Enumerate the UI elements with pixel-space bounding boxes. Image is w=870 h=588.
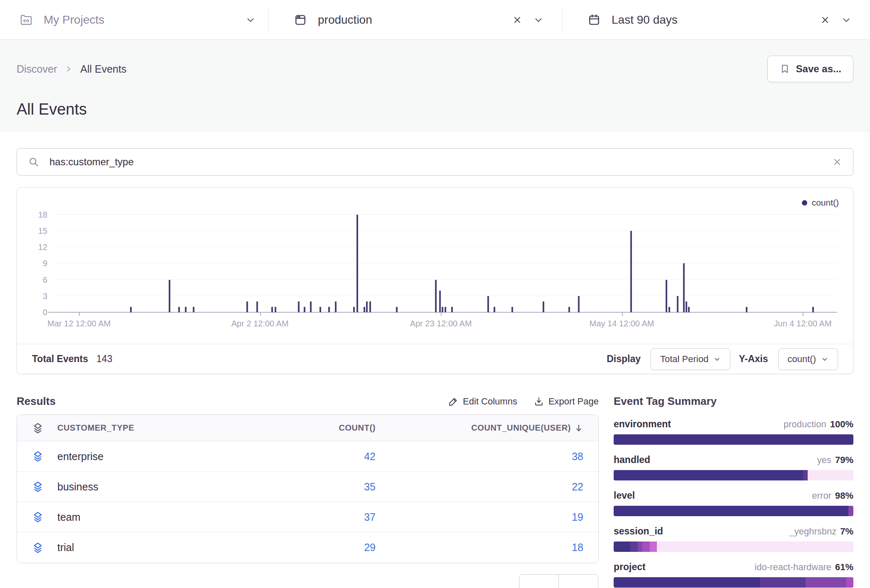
count-link[interactable]: 37 [364,511,376,523]
tag-group: handled yes79% [614,454,853,480]
event-count-bar [178,307,180,312]
export-page-button[interactable]: Export Page [534,396,599,407]
event-count-bar [686,301,687,312]
display-mode-dropdown[interactable]: Total Period [651,348,730,370]
edit-columns-button[interactable]: Edit Columns [448,396,517,407]
count-unique-link[interactable]: 18 [572,541,583,554]
project-filter-dropdown[interactable]: My Projects [0,0,268,39]
y-axis-tick-label: 15 [17,226,47,236]
tag-bar-segment [808,470,853,480]
table-row: business 35 22 [17,472,598,502]
y-axis-dropdown[interactable]: count() [778,348,838,370]
tag-group: environment production100% [614,419,853,445]
chart-gridline [53,279,837,280]
edit-pencil-icon [448,397,458,407]
results-table: CUSTOMER_TYPE COUNT() COUNT_UNIQUE(USER) [17,414,599,563]
tag-distribution-bar[interactable] [614,541,853,552]
event-count-bar [271,307,273,312]
count-link[interactable]: 42 [364,451,376,462]
event-count-bar [630,231,632,312]
column-header-count[interactable]: COUNT() [339,423,376,432]
column-header-customer-type[interactable]: CUSTOMER_TYPE [57,423,134,433]
customer-type-cell: trial [57,541,74,554]
tag-distribution-bar[interactable] [614,506,853,516]
tag-top-value: error [812,490,831,501]
tag-bar-segment [630,541,637,552]
count-unique-link[interactable]: 19 [572,511,583,523]
clear-date-icon[interactable] [820,15,830,25]
event-count-bar [193,307,194,312]
breadcrumb-discover-link[interactable]: Discover [17,63,57,75]
search-input[interactable]: has:customer_type [17,148,853,176]
event-count-bar [319,307,321,312]
tag-name: session_id [614,526,663,537]
count-link[interactable]: 29 [364,541,376,553]
stack-actions-icon[interactable] [32,451,44,462]
display-mode-value: Total Period [660,354,708,365]
x-axis-tick-label: Apr 2 12:00 AM [231,319,289,328]
save-as-button[interactable]: Save as... [767,56,853,82]
stack-actions-icon[interactable] [32,481,44,492]
tag-distribution-bar[interactable] [614,577,853,588]
tag-percent: 79% [835,455,853,465]
y-axis-value: count() [788,354,816,365]
events-bar-chart: Mar 12 12:00 AMApr 2 12:00 AMApr 23 12:0… [53,211,837,312]
event-count-bar [335,301,337,312]
column-header-count-unique[interactable]: COUNT_UNIQUE(USER) [471,423,571,433]
count-link[interactable]: 35 [364,481,376,492]
chart-gridline [53,214,837,215]
next-page-button[interactable] [558,574,598,588]
event-count-bar [511,307,513,312]
event-count-bar [256,301,258,312]
tag-distribution-bar[interactable] [614,470,853,480]
tag-bar-segment [846,577,853,588]
previous-page-button[interactable] [519,574,559,588]
clear-search-icon[interactable] [832,157,842,167]
customer-type-cell: business [57,481,98,493]
event-count-bar [487,296,489,312]
x-axis-tick-label: Jun 4 12:00 AM [774,319,832,328]
projects-folder-icon [20,13,33,27]
tag-name: handled [614,454,650,466]
legend-series-label: count() [812,198,839,208]
event-count-bar [683,263,685,312]
tag-bar-segment [642,541,649,552]
total-events-label: Total Events [32,353,88,365]
count-unique-link[interactable]: 22 [572,481,583,493]
search-query-value: has:customer_type [49,156,822,168]
breadcrumb: Discover All Events [17,63,126,75]
events-chart-panel: count() 0369121518 Mar 12 12:00 AMApr 2 … [17,187,853,374]
y-axis-tick-label: 12 [17,243,47,252]
save-as-label: Save as... [796,63,841,75]
x-axis-tick [441,312,442,316]
chart-gridline [53,247,837,247]
count-unique-link[interactable]: 38 [572,451,583,463]
date-range-filter-dropdown[interactable]: Last 90 days [563,0,870,39]
event-count-bar [130,307,132,312]
environment-filter-dropdown[interactable]: production [269,0,562,39]
x-axis-tick [260,312,261,316]
event-count-bar [185,307,187,312]
tag-group: project ido-react-hardware61% [614,561,853,588]
customer-type-cell: enterprise [57,451,103,463]
stack-actions-icon[interactable] [32,511,44,523]
tag-group: level error98% [614,490,853,516]
event-count-bar [578,296,580,312]
results-table-header: CUSTOMER_TYPE COUNT() COUNT_UNIQUE(USER) [17,415,598,441]
calendar-icon [587,13,601,27]
tag-distribution-bar[interactable] [614,434,853,445]
event-count-bar [439,291,441,312]
chart-footer: Total Events 143 Display Total Period Y-… [17,344,853,374]
event-count-bar [746,307,747,312]
tag-bar-segment [803,470,808,480]
bookmark-icon [779,64,790,74]
pagination [17,574,599,588]
page-header: Discover All Events Save as... All Event… [0,40,870,132]
x-axis-tick-label: Apr 23 12:00 AM [410,319,472,328]
total-events-value: 143 [96,353,112,365]
clear-environment-icon[interactable] [512,15,522,25]
stack-actions-icon[interactable] [32,542,44,554]
tag-bar-segment [848,506,853,516]
tag-percent: 98% [835,490,853,501]
tag-top-value: ido-react-hardware [754,562,831,572]
